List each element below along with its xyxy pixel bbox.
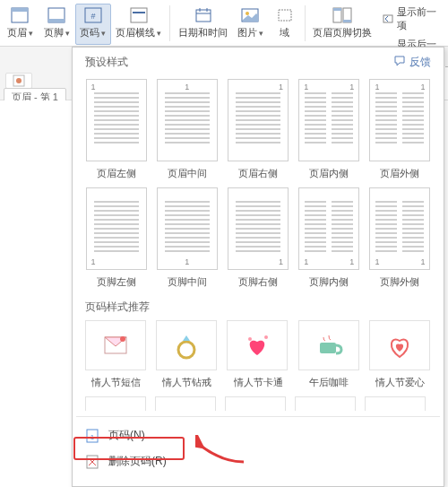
preset-thumb[interactable]: 11	[298, 79, 359, 100]
preset-thumb[interactable]: 11	[369, 79, 430, 100]
ribbon-hf-switch-label: 页眉页脚切换	[313, 26, 372, 39]
svg-point-22	[16, 78, 22, 83]
show-prev-button[interactable]: 显示前一项	[377, 4, 446, 34]
svg-rect-6	[131, 8, 147, 22]
ribbon-footer-label: 页脚	[44, 26, 64, 39]
page-chip-icon	[5, 73, 32, 89]
preset-thumb[interactable]: 1	[157, 79, 218, 100]
ribbon-header-line-button[interactable]: 页眉横线▾	[111, 4, 166, 45]
ribbon-separator	[305, 5, 306, 41]
feedback-link[interactable]: 反馈	[393, 55, 431, 70]
ribbon-picture-button[interactable]: 图片▾	[232, 4, 269, 45]
hf-switch-icon	[332, 6, 352, 24]
ribbon-page-number-button[interactable]: # 页码▾	[75, 4, 112, 45]
ribbon-picture-label: 图片	[237, 26, 257, 39]
field-icon	[275, 6, 295, 24]
ribbon-field-button[interactable]: 域	[269, 4, 301, 45]
page-number-icon: #	[83, 6, 103, 24]
svg-point-13	[246, 12, 249, 15]
preset-thumb[interactable]: 1	[228, 79, 289, 100]
header-line-icon	[129, 6, 149, 24]
footer-icon	[47, 6, 66, 24]
preset-title: 预设样式	[85, 55, 128, 70]
ribbon-hf-switch-button[interactable]: 页眉页脚切换	[309, 4, 376, 45]
page-number-dropdown: 预设样式 反馈 1页眉左侧1页眉中间1页眉右侧11页眉内侧11页眉外侧 1页脚左…	[72, 47, 444, 100]
ribbon-header-line-label: 页眉横线	[116, 26, 155, 39]
ribbon-footer-button[interactable]: 页脚▾	[39, 4, 75, 45]
ribbon-header-label: 页眉	[7, 26, 27, 39]
prev-icon	[382, 13, 393, 25]
svg-rect-17	[333, 8, 341, 11]
ribbon-date-time-label: 日期和时间	[178, 26, 228, 39]
ribbon-separator	[169, 5, 170, 41]
calendar-icon	[194, 6, 213, 24]
ribbon-field-label: 域	[280, 26, 289, 39]
svg-rect-8	[196, 10, 211, 22]
feedback-label: 反馈	[409, 55, 431, 70]
svg-text:#: #	[90, 12, 95, 21]
ribbon-date-time-button[interactable]: 日期和时间	[174, 4, 232, 45]
svg-rect-14	[279, 10, 291, 21]
svg-rect-1	[12, 8, 28, 12]
ribbon-page-number-label: 页码	[80, 26, 99, 39]
svg-rect-18	[343, 20, 351, 22]
header-section-tag: 页眉 - 第 1	[4, 88, 66, 100]
chat-icon	[393, 55, 406, 70]
picture-icon	[240, 6, 260, 24]
header-icon	[10, 6, 30, 24]
ribbon-header-button[interactable]: 页眉▾	[2, 4, 39, 45]
preset-thumb[interactable]: 1	[86, 79, 147, 100]
svg-rect-3	[48, 19, 65, 22]
show-prev-label: 显示前一项	[397, 5, 442, 32]
